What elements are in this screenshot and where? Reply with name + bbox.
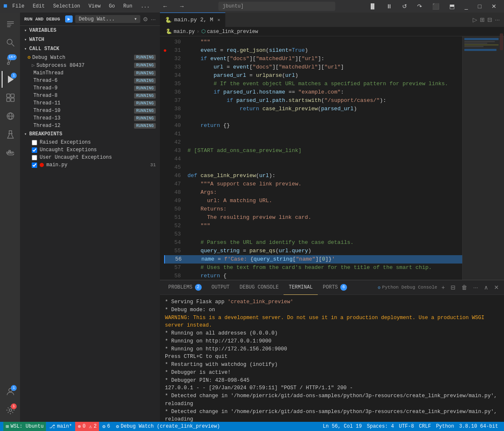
line-39-content	[187, 113, 191, 122]
activity-source-control[interactable]: 1K+	[2, 53, 18, 69]
menu-run[interactable]: Run	[120, 3, 136, 10]
panel-collapse-button[interactable]: ∧	[482, 283, 490, 292]
restart-button[interactable]: ↺	[398, 0, 411, 13]
breakpoints-label: BREAKPOINTS	[29, 131, 62, 137]
layout-button[interactable]: ⬒	[445, 0, 459, 13]
thread-13[interactable]: Thread-13 RUNNING	[20, 114, 160, 122]
raised-exceptions-checkbox[interactable]	[32, 140, 37, 145]
panel-tab-debug-console[interactable]: DEBUG CONSOLE	[235, 280, 284, 295]
status-eol[interactable]: CRLF	[416, 422, 433, 431]
breakpoint-main-py[interactable]: main.py 31	[20, 161, 160, 169]
line-52-content: """	[187, 222, 210, 230]
debug-more-button[interactable]: ···	[151, 16, 156, 23]
breakpoint-uncaught[interactable]: Uncaught Exceptions	[20, 146, 160, 154]
activity-remote[interactable]	[2, 108, 18, 124]
user-uncaught-checkbox[interactable]	[32, 155, 37, 160]
thread-6[interactable]: Thread-6 RUNNING	[20, 77, 160, 84]
status-errors[interactable]: ⊗ 0 ⚠ 2	[75, 422, 99, 431]
code-line-51: 51 The resulting preview link card.	[164, 213, 462, 222]
debug-config-select[interactable]: Debug Wat... ▾	[75, 15, 140, 23]
cursor-position: Ln 56, Col 19	[323, 423, 362, 429]
thread-9[interactable]: Thread-9 RUNNING	[20, 84, 160, 92]
activity-run-debug[interactable]: 1	[2, 71, 18, 88]
run-split-button[interactable]: ▷	[473, 16, 477, 23]
line-58-content: return {	[187, 272, 227, 280]
status-spaces[interactable]: Spaces: 4	[365, 422, 397, 431]
status-remote[interactable]: ⊞ WSL: Ubuntu	[3, 422, 46, 431]
thread-11[interactable]: Thread-11 RUNNING	[20, 99, 160, 107]
status-python-version[interactable]: 3.8.10 64-bit	[456, 422, 501, 431]
panel-tab-problems[interactable]: PROBLEMS 2	[163, 280, 207, 295]
status-cursor[interactable]: Ln 56, Col 19	[320, 422, 365, 431]
activity-test[interactable]	[2, 126, 18, 143]
panel-tab-output[interactable]: OUTPUT	[207, 280, 235, 295]
status-debug-ports[interactable]: ⚙ 6	[100, 422, 112, 431]
panel-tab-terminal[interactable]: TERMINAL	[284, 280, 318, 295]
panel-close-button[interactable]: ✕	[492, 283, 501, 292]
debug-bar: RUN AND DEBUG ▶ Debug Wat... ▾ ⚙ ···	[20, 13, 160, 26]
call-stack-section-title[interactable]: ▾ CALL STACK	[20, 44, 160, 53]
watch-section-title[interactable]: ▾ WATCH	[20, 35, 160, 44]
panel-more-button[interactable]: ···	[471, 283, 480, 292]
breakpoints-section-title[interactable]: ▾ BREAKPOINTS	[20, 129, 160, 139]
tab-close-button[interactable]: ✕	[218, 17, 220, 23]
panel: PROBLEMS 2 OUTPUT DEBUG CONSOLE TERMINAL…	[160, 280, 504, 422]
terminal-trash-button[interactable]: 🗑	[460, 283, 469, 292]
breakpoint-raised[interactable]: Raised Exceptions	[20, 139, 160, 146]
stop-button[interactable]: ⬛	[428, 0, 443, 13]
minimize-button[interactable]: _	[461, 0, 472, 13]
terminal-output[interactable]: * Serving Flask app 'create_link_preview…	[160, 295, 504, 422]
call-stack-subprocess[interactable]: ▷ Subprocess 80437 RUNNING	[20, 61, 160, 69]
maximize-button[interactable]: □	[474, 0, 486, 13]
status-git[interactable]: ⎇ main*	[47, 422, 74, 431]
thread-10[interactable]: Thread-10 RUNNING	[20, 107, 160, 114]
editor-more-button[interactable]: ···	[495, 16, 500, 23]
line-47-content: """A support case link preview.	[187, 180, 301, 188]
step-button[interactable]: ↷	[413, 0, 426, 13]
menu-view[interactable]: View	[85, 3, 104, 10]
nav-forward-button[interactable]: →	[175, 0, 189, 13]
activity-settings[interactable]: 1	[2, 402, 18, 418]
status-language[interactable]: Python	[433, 422, 456, 431]
thread-mainthread[interactable]: MainThread RUNNING	[20, 69, 160, 77]
pause-button[interactable]: ⏸	[382, 0, 396, 13]
thread-12[interactable]: Thread-12 RUNNING	[20, 122, 160, 129]
debug-play-button[interactable]: ▶	[65, 15, 73, 23]
debug-gear-button[interactable]: ⚙	[143, 16, 148, 23]
panel-tab-ports[interactable]: PORTS 6	[318, 280, 352, 295]
warning-icon: ⚠	[89, 423, 92, 430]
call-stack-debug-watch[interactable]: ⚙ Debug Watch RUNNING	[20, 53, 160, 61]
breakpoint-user-uncaught[interactable]: User Uncaught Exceptions	[20, 154, 160, 161]
editor-layout-button[interactable]: ⊟	[487, 16, 492, 23]
activity-extensions[interactable]	[2, 89, 18, 106]
terminal-split-button[interactable]: ⊟	[449, 283, 457, 292]
uncaught-exceptions-checkbox[interactable]	[32, 147, 37, 153]
svg-point-4	[8, 63, 10, 65]
activity-docker[interactable]	[2, 145, 18, 161]
split-editor-button[interactable]: ⊞	[480, 16, 485, 23]
status-encoding[interactable]: UTF-8	[396, 422, 416, 431]
command-palette[interactable]: jbuntu]	[218, 2, 335, 11]
thread-8[interactable]: Thread-8 RUNNING	[20, 92, 160, 99]
menu-selection[interactable]: Selection	[50, 3, 84, 10]
code-line-37: 37 if parsed_url.path.startswith("/suppo…	[164, 96, 462, 105]
breadcrumb-file[interactable]: 🐍 main.py	[166, 28, 195, 35]
close-button[interactable]: ✕	[487, 0, 501, 13]
activity-account[interactable]: 1	[2, 383, 18, 400]
menu-file[interactable]: File	[9, 3, 28, 10]
status-debug-name[interactable]: ⚙ Debug Watch (create_link_preview)	[114, 422, 223, 431]
mainpy-checkbox[interactable]	[32, 162, 37, 168]
menu-more[interactable]: ...	[137, 3, 153, 10]
menu-go[interactable]: Go	[106, 3, 118, 10]
breadcrumb-symbol[interactable]: ⬡ case_link_preview	[201, 28, 258, 35]
activity-explorer[interactable]	[2, 16, 18, 33]
code-content[interactable]: 30 """ 31 ● event = req.get_json(silent=…	[160, 36, 462, 280]
menu-edit[interactable]: Edit	[29, 3, 48, 10]
line-49-content: url: A matching URL.	[187, 197, 272, 205]
activity-search[interactable]	[2, 34, 18, 51]
terminal-add-button[interactable]: +	[440, 283, 446, 292]
tab-main-py[interactable]: 🐍 main.py 2, M ✕	[160, 13, 225, 27]
nav-back-button[interactable]: ←	[158, 0, 172, 13]
variables-section-title[interactable]: ▾ VARIABLES	[20, 26, 160, 35]
debug-controls[interactable]: ▐▌	[365, 0, 380, 13]
